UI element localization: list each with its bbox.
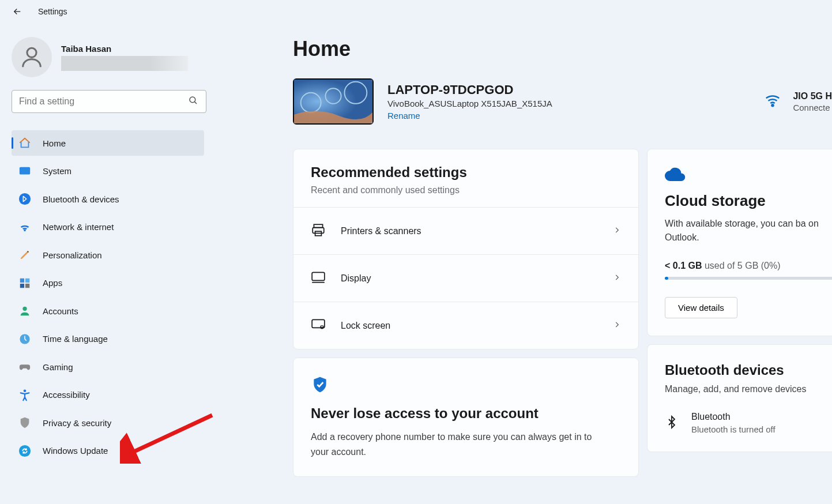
account-recovery-card: Never lose access to your account Add a … — [293, 358, 639, 477]
sidebar-item-accounts[interactable]: Accounts — [12, 298, 204, 324]
svg-point-0 — [27, 48, 36, 57]
svg-rect-4 — [20, 278, 24, 282]
list-item-label: Display — [341, 273, 371, 284]
svg-point-12 — [19, 445, 31, 456]
wifi-icon — [764, 92, 781, 111]
cloud-storage-card: Cloud storage With available storage, yo… — [647, 149, 832, 336]
sidebar-item-time[interactable]: Time & language — [12, 326, 204, 352]
svg-point-8 — [22, 307, 27, 311]
shield-icon — [18, 416, 31, 429]
rename-link[interactable]: Rename — [387, 111, 420, 121]
list-item-display[interactable]: Display — [293, 254, 638, 302]
sidebar-item-label: Gaming — [43, 362, 73, 372]
back-button[interactable] — [12, 6, 23, 17]
bluetooth-card: Bluetooth devices Manage, add, and remov… — [647, 344, 832, 452]
wifi-substatus: Connecte — [793, 103, 832, 112]
list-item-printers[interactable]: Printers & scanners — [293, 207, 638, 254]
svg-rect-19 — [313, 227, 324, 233]
account-recovery-title: Never lose access to your account — [311, 405, 621, 422]
cloud-subtitle: With available storage, you can ba on Ou… — [665, 217, 832, 245]
display-icon — [311, 270, 326, 287]
sidebar-item-home[interactable]: Home — [12, 130, 204, 156]
gamepad-icon — [18, 360, 31, 373]
bluetooth-item-name: Bluetooth — [691, 412, 775, 422]
account-icon — [18, 304, 31, 317]
list-item-label: Printers & scanners — [341, 226, 421, 236]
cloud-usage-bar — [665, 277, 832, 280]
sidebar-item-label: Personalization — [43, 250, 102, 260]
sidebar-nav: Home System Bluetooth & devices Network … — [12, 130, 204, 466]
sidebar-item-windows-update[interactable]: Windows Update — [12, 438, 204, 464]
device-model: VivoBook_ASUSLaptop X515JAB_X515JA — [387, 99, 552, 108]
bluetooth-icon — [665, 415, 679, 431]
svg-rect-5 — [25, 278, 29, 282]
sidebar-item-system[interactable]: System — [12, 159, 204, 184]
accessibility-icon — [18, 389, 31, 401]
recommended-subtitle: Recent and commonly used settings — [311, 185, 621, 195]
clock-globe-icon — [18, 333, 31, 345]
update-icon — [18, 445, 31, 457]
wifi-icon — [18, 221, 31, 234]
svg-rect-6 — [20, 283, 24, 287]
profile-subtext-redacted — [61, 56, 188, 71]
svg-point-1 — [190, 97, 195, 103]
sidebar-item-label: Accessibility — [43, 390, 90, 400]
sidebar-item-label: Bluetooth & devices — [43, 194, 119, 204]
cloud-icon — [665, 174, 686, 183]
shield-check-icon — [311, 386, 329, 396]
view-details-button[interactable]: View details — [665, 297, 737, 318]
sidebar-item-network[interactable]: Network & internet — [12, 215, 204, 240]
sidebar-item-label: Time & language — [43, 334, 108, 344]
svg-rect-7 — [25, 283, 29, 287]
sidebar-item-gaming[interactable]: Gaming — [12, 354, 204, 379]
sidebar-item-privacy[interactable]: Privacy & security — [12, 410, 204, 435]
svg-rect-21 — [312, 272, 325, 280]
sidebar-item-apps[interactable]: Apps — [12, 270, 204, 296]
avatar — [12, 37, 52, 77]
chevron-right-icon — [613, 273, 621, 284]
home-icon — [18, 137, 31, 149]
search-input[interactable] — [12, 90, 206, 113]
printer-icon — [311, 223, 326, 240]
bluetooth-subtitle: Manage, add, and remove devices — [665, 384, 832, 394]
sidebar: Taiba Hasan Home System Bluetooth & devi… — [12, 25, 208, 504]
apps-icon — [18, 277, 31, 289]
sidebar-item-label: Home — [43, 138, 66, 148]
monitor-icon — [18, 165, 31, 178]
recommended-title: Recommended settings — [311, 164, 621, 180]
cloud-title: Cloud storage — [665, 192, 832, 210]
sidebar-item-label: Apps — [43, 278, 62, 288]
wifi-name: JIO 5G H — [793, 91, 832, 101]
arrow-left-icon — [12, 6, 22, 17]
bluetooth-item-status: Bluetooth is turned off — [691, 424, 775, 434]
sidebar-item-label: Privacy & security — [43, 418, 111, 428]
titlebar: Settings — [0, 0, 832, 25]
bluetooth-icon — [18, 193, 31, 205]
bluetooth-row[interactable]: Bluetooth Bluetooth is turned off — [665, 394, 832, 434]
paintbrush-icon — [18, 249, 31, 261]
sidebar-item-label: Accounts — [43, 306, 78, 316]
chevron-right-icon — [613, 321, 621, 331]
svg-point-11 — [24, 389, 27, 392]
search-wrap — [12, 90, 206, 113]
profile-block[interactable]: Taiba Hasan — [12, 25, 204, 90]
sidebar-item-accessibility[interactable]: Accessibility — [12, 382, 204, 408]
lockscreen-icon — [311, 317, 326, 334]
sidebar-item-label: System — [43, 166, 71, 176]
sidebar-item-personalization[interactable]: Personalization — [12, 242, 204, 268]
device-thumbnail[interactable] — [293, 78, 374, 125]
search-icon — [188, 95, 198, 108]
wifi-status[interactable]: JIO 5G H Connecte — [764, 91, 832, 112]
sidebar-item-bluetooth[interactable]: Bluetooth & devices — [12, 186, 204, 212]
chevron-right-icon — [613, 226, 621, 236]
app-title: Settings — [38, 7, 67, 16]
bluetooth-title: Bluetooth devices — [665, 362, 832, 378]
svg-point-3 — [19, 193, 31, 205]
sidebar-item-label: Network & internet — [43, 222, 114, 232]
list-item-lockscreen[interactable]: Lock screen — [293, 302, 638, 349]
device-row: LAPTOP-9TDCPGOD VivoBook_ASUSLaptop X515… — [293, 78, 832, 125]
profile-name: Taiba Hasan — [61, 44, 188, 54]
account-recovery-subtitle: Add a recovery phone number to make sure… — [311, 430, 611, 459]
page-title: Home — [293, 37, 832, 61]
svg-point-17 — [772, 104, 774, 106]
